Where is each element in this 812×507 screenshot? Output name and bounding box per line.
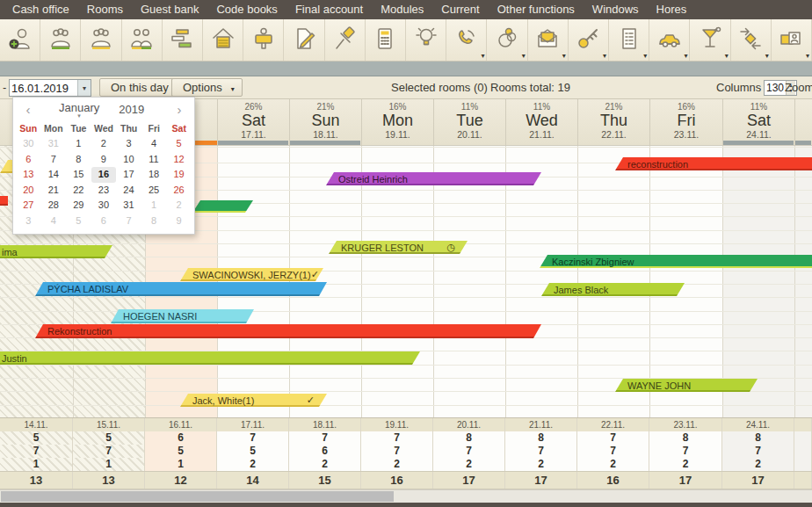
reservation-bar[interactable]: ima xyxy=(0,245,112,258)
calendar-day-cell[interactable]: 5 xyxy=(166,136,192,152)
calendar-day-cell[interactable]: 12 xyxy=(166,152,192,168)
calendar-day-cell[interactable]: 21 xyxy=(41,183,67,199)
calendar-day-cell[interactable]: 7 xyxy=(116,214,141,229)
day-column-header-2411[interactable]: 11%Sat24.11. xyxy=(722,99,794,145)
calendar-day-cell[interactable]: 9 xyxy=(91,152,117,168)
calendar-month-select[interactable]: January▾ xyxy=(59,101,99,118)
calendar-day-cell[interactable]: 8 xyxy=(66,152,91,168)
reservation-bar[interactable]: reconstruction xyxy=(615,157,812,170)
calendar-day-cell[interactable]: 2 xyxy=(91,136,117,152)
calendar-day-cell[interactable]: 6 xyxy=(91,214,117,229)
toolbar-button-key[interactable]: ▾ xyxy=(569,19,609,61)
reservation-bar[interactable]: KRUGER LESTON◷ xyxy=(329,241,468,254)
calendar-day-cell[interactable]: 19 xyxy=(166,167,192,183)
calendar-day-cell[interactable]: 25 xyxy=(141,183,167,199)
chevron-down-icon[interactable]: ▾ xyxy=(481,53,484,60)
calendar-day-cell[interactable]: 4 xyxy=(141,136,167,152)
toolbar-button-pin[interactable] xyxy=(325,19,366,61)
toolbar-button-guest-departures[interactable] xyxy=(122,19,163,61)
day-column-header-1811[interactable]: 21%Sun18.11. xyxy=(289,99,361,145)
calendar-day-cell[interactable]: 29 xyxy=(66,198,91,214)
chevron-down-icon[interactable]: ▾ xyxy=(643,53,647,60)
calendar-day-cell[interactable]: 26 xyxy=(166,183,192,199)
day-column-header-2111[interactable]: 11%Wed21.11. xyxy=(505,99,577,145)
toolbar-button-reception[interactable] xyxy=(243,19,284,61)
toolbar-button-phone[interactable]: ▾ xyxy=(446,19,487,61)
options-button[interactable]: Options▾ xyxy=(171,78,243,97)
calendar-day-cell[interactable]: 18 xyxy=(141,167,167,183)
menu-item-code-books[interactable]: Code books xyxy=(207,0,286,19)
chevron-down-icon[interactable]: ▾ xyxy=(765,53,769,60)
calendar-day-cell[interactable]: 24 xyxy=(116,183,141,199)
day-column-header-2311[interactable]: 16%Fri23.11. xyxy=(649,99,722,145)
calendar-day-cell[interactable]: 2 xyxy=(166,198,192,214)
reservation-bar[interactable]: Kaczinski Zbigniew xyxy=(540,255,812,268)
chevron-down-icon[interactable]: ▾ xyxy=(806,53,809,60)
menu-item-modules[interactable]: Modules xyxy=(372,0,432,19)
toolbar-button-calculator[interactable] xyxy=(366,19,406,61)
toolbar-button-bar[interactable]: ▾ xyxy=(690,19,730,61)
calendar-day-cell[interactable]: 9 xyxy=(166,214,192,229)
menu-item-guest-bank[interactable]: Guest bank xyxy=(132,0,208,19)
chevron-down-icon[interactable]: ▾ xyxy=(562,53,566,60)
reservation-bar[interactable]: HOEGEN NASRI xyxy=(111,309,254,323)
toolbar-button-taxi[interactable]: ▾ xyxy=(649,19,690,61)
toolbar-button-edit-document[interactable] xyxy=(284,19,324,61)
toolbar-button-guests-in-house[interactable] xyxy=(40,19,81,61)
calendar-day-cell[interactable]: 30 xyxy=(91,198,117,214)
toolbar-button-room-plan[interactable] xyxy=(163,19,203,61)
calendar-day-cell[interactable]: 1 xyxy=(66,136,91,152)
calendar-day-cell[interactable]: 8 xyxy=(141,214,167,229)
chevron-down-icon[interactable]: ▾ xyxy=(603,53,606,60)
reservation-bar[interactable]: Rekonstruction xyxy=(35,324,541,338)
calendar-day-cell[interactable]: 13 xyxy=(16,167,41,183)
calendar-next-button[interactable]: › xyxy=(164,102,194,117)
chevron-down-icon[interactable]: ▾ xyxy=(725,53,729,60)
calendar-day-cell[interactable]: 30 xyxy=(16,136,41,152)
calendar-day-cell[interactable]: 3 xyxy=(16,214,41,229)
calendar-year-select[interactable]: 2019 xyxy=(119,103,144,116)
menu-item-final-account[interactable]: Final account xyxy=(286,0,372,19)
chevron-down-icon[interactable]: ▾ xyxy=(522,53,526,60)
calendar-day-cell[interactable]: 31 xyxy=(41,136,67,152)
toolbar-button-mail[interactable]: ▾ xyxy=(528,19,569,61)
reservation-bar[interactable]: Justin xyxy=(0,351,420,365)
day-column-header-2211[interactable]: 21%Thu22.11. xyxy=(577,99,649,145)
day-column-header-2011[interactable]: 11%Tue20.11. xyxy=(433,99,505,145)
toolbar-button-ideas[interactable] xyxy=(406,19,446,61)
reservation-bar-edge[interactable] xyxy=(192,200,253,213)
calendar-day-cell[interactable]: 14 xyxy=(41,167,67,183)
calendar-day-cell[interactable]: 1 xyxy=(141,198,167,214)
menu-item-hores[interactable]: Hores xyxy=(648,0,696,19)
menu-item-rooms[interactable]: Rooms xyxy=(78,0,132,19)
reservation-bar[interactable]: SWACINOWSKI, JERZY(1)✓ xyxy=(180,268,323,281)
calendar-day-cell[interactable]: 28 xyxy=(41,198,67,214)
scrollbar-thumb[interactable] xyxy=(1,491,394,502)
menu-item-cash-office[interactable]: Cash office xyxy=(4,0,78,19)
reservation-bar[interactable]: PÝCHA LADISLAV xyxy=(35,282,327,296)
on-this-day-button[interactable]: On this day xyxy=(99,78,180,97)
date-input-group[interactable]: ▾ xyxy=(9,79,91,97)
calendar-day-cell[interactable]: 20 xyxy=(16,183,41,199)
date-input[interactable] xyxy=(10,80,77,96)
calendar-day-cell[interactable]: 7 xyxy=(41,152,67,168)
calendar-day-cell[interactable]: 17 xyxy=(116,167,141,183)
calendar-day-cell[interactable]: 3 xyxy=(116,136,141,152)
day-column-header-1911[interactable]: 16%Mon19.11. xyxy=(361,99,433,145)
calendar-day-cell[interactable]: 4 xyxy=(41,214,67,229)
day-column-header[interactable] xyxy=(794,99,812,145)
chevron-down-icon[interactable]: ▾ xyxy=(684,53,687,60)
reservation-bar-edge[interactable] xyxy=(0,196,8,206)
menu-item-current[interactable]: Current xyxy=(432,0,488,19)
calendar-day-cell[interactable]: 6 xyxy=(16,152,41,168)
reservation-bar[interactable]: James Black xyxy=(541,283,685,296)
calendar-day-cell[interactable]: 22 xyxy=(66,183,91,199)
reservation-bar[interactable]: Ostreid Heinrich xyxy=(326,172,541,185)
toolbar-button-cards[interactable]: ▾ xyxy=(772,19,812,61)
toolbar-button-rooms[interactable] xyxy=(203,19,243,61)
reservation-bar[interactable]: Jack, White(1)✓ xyxy=(180,394,327,407)
calendar-day-cell[interactable]: 31 xyxy=(116,198,141,214)
calendar-day-cell[interactable]: 23 xyxy=(91,183,117,199)
calendar-prev-button[interactable]: ‹ xyxy=(13,102,43,117)
toolbar-button-housekeeping[interactable]: ▾ xyxy=(487,19,527,61)
